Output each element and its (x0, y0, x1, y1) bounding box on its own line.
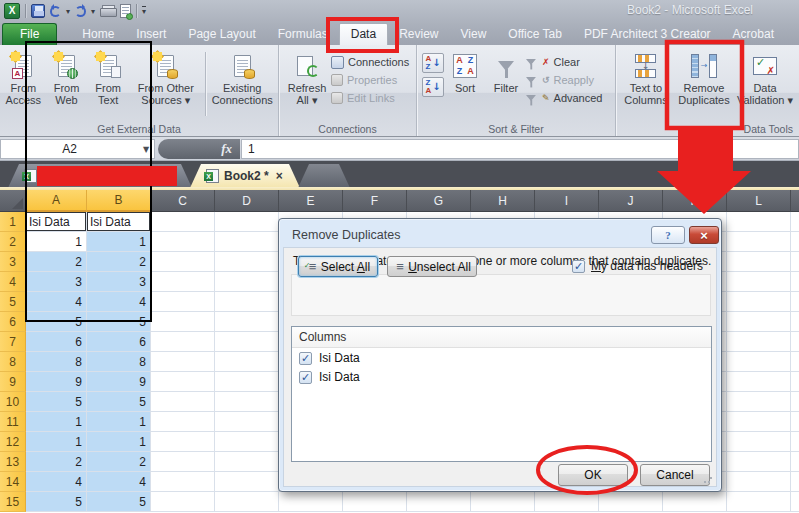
clear-filter-button[interactable]: ✗Clear (526, 54, 602, 70)
text-to-columns-button[interactable]: ↓ Text to Columns (620, 48, 672, 120)
column-header-A[interactable]: A (26, 190, 87, 212)
column-checkbox[interactable]: ✓ (299, 352, 312, 365)
cell-A9[interactable]: 9 (26, 372, 87, 392)
row-header-13[interactable]: 13 (0, 452, 26, 472)
sort-button[interactable]: AZZA Sort (444, 48, 486, 120)
row-header-15[interactable]: 15 (0, 492, 26, 512)
close-button[interactable]: × (689, 226, 719, 244)
connections-button[interactable]: Connections (331, 54, 409, 70)
cell-B5[interactable]: 4 (87, 292, 151, 312)
cell-E15[interactable] (279, 492, 343, 512)
cell-A3[interactable]: 2 (26, 252, 87, 272)
existing-connections-button[interactable]: Existing Connections (208, 48, 277, 120)
column-header-D[interactable]: D (215, 190, 279, 212)
reapply-button[interactable]: ↺Reapply (526, 72, 602, 88)
cancel-button[interactable]: Cancel (640, 464, 710, 486)
tab-acrobat[interactable]: Acrobat (722, 24, 785, 45)
sort-z-to-a-button[interactable]: ZA ↓ (422, 77, 444, 97)
cell-A12[interactable]: 1 (26, 432, 87, 452)
row-header-1[interactable]: 1 (0, 212, 26, 232)
cell-B10[interactable]: 5 (87, 392, 151, 412)
name-box-dropdown-icon[interactable]: ▼ (138, 145, 154, 154)
cell-L6[interactable] (727, 312, 791, 332)
column-header-L[interactable]: L (727, 190, 791, 212)
sort-a-to-z-button[interactable]: AZ ↓ (422, 53, 444, 73)
cell-D2[interactable] (215, 232, 279, 252)
cell-D15[interactable] (215, 492, 279, 512)
cell-H15[interactable] (471, 492, 535, 512)
tab-view[interactable]: View (450, 24, 498, 45)
cell-A10[interactable]: 5 (26, 392, 87, 412)
data-validation-button[interactable]: ✓✗ Data Validation ▾ (736, 48, 794, 120)
cell-B15[interactable]: 5 (87, 492, 151, 512)
unselect-all-button[interactable]: Unselect All (387, 256, 477, 277)
cell-L8[interactable] (727, 352, 791, 372)
tab-pdf-architect-3-creator[interactable]: PDF Architect 3 Creator (573, 24, 722, 45)
cell-C4[interactable] (151, 272, 215, 292)
cell-A15[interactable]: 5 (26, 492, 87, 512)
cell-B14[interactable]: 4 (87, 472, 151, 492)
cell-C1[interactable] (151, 212, 215, 232)
cell-D1[interactable] (215, 212, 279, 232)
quick-print-icon[interactable] (100, 5, 115, 17)
customize-qat-icon[interactable]: ▾ (142, 6, 146, 16)
cell-L2[interactable] (727, 232, 791, 252)
cell-B13[interactable]: 2 (87, 452, 151, 472)
cell-clipped[interactable] (791, 332, 799, 352)
cell-B8[interactable]: 8 (87, 352, 151, 372)
column-checkbox[interactable]: ✓ (299, 371, 312, 384)
cell-clipped[interactable] (791, 252, 799, 272)
tab-insert[interactable]: Insert (125, 24, 177, 45)
tab-data[interactable]: Data (339, 23, 388, 45)
advanced-filter-button[interactable]: ✎Advanced (526, 90, 602, 106)
cell-L1[interactable] (727, 212, 791, 232)
tab-home[interactable]: Home (71, 24, 125, 45)
resize-grip-icon[interactable] (703, 474, 713, 484)
cell-B3[interactable]: 2 (87, 252, 151, 272)
row-header-9[interactable]: 9 (0, 372, 26, 392)
cell-clipped[interactable] (791, 272, 799, 292)
cell-B1[interactable]: Isi Data (87, 212, 151, 232)
cell-B6[interactable]: 5 (87, 312, 151, 332)
cell-L10[interactable] (727, 392, 791, 412)
cell-L9[interactable] (727, 372, 791, 392)
column-header-K[interactable]: K (663, 190, 727, 212)
filter-button[interactable]: Filter (486, 48, 526, 120)
cell-D9[interactable] (215, 372, 279, 392)
cell-A6[interactable]: 5 (26, 312, 87, 332)
from-text-button[interactable]: From Text (87, 48, 129, 120)
cell-clipped[interactable] (791, 212, 799, 232)
cell-A11[interactable]: 1 (26, 412, 87, 432)
tab-page-layout[interactable]: Page Layout (177, 24, 266, 45)
row-header-7[interactable]: 7 (0, 332, 26, 352)
column-header-F[interactable]: F (343, 190, 407, 212)
cell-clipped[interactable] (791, 232, 799, 252)
cell-C15[interactable] (151, 492, 215, 512)
formula-input[interactable]: 1 (241, 139, 799, 159)
cell-D10[interactable] (215, 392, 279, 412)
cell-K15[interactable] (663, 492, 727, 512)
print-preview-icon[interactable] (120, 4, 131, 18)
undo-dropdown-icon[interactable]: ▾ (66, 7, 70, 16)
column-header-I[interactable]: I (535, 190, 599, 212)
column-header-E[interactable]: E (279, 190, 343, 212)
cell-L12[interactable] (727, 432, 791, 452)
cell-B2[interactable]: 1 (87, 232, 151, 252)
cell-C6[interactable] (151, 312, 215, 332)
cell-L13[interactable] (727, 452, 791, 472)
column-header-C[interactable]: C (151, 190, 215, 212)
row-header-6[interactable]: 6 (0, 312, 26, 332)
cell-L14[interactable] (727, 472, 791, 492)
cell-A7[interactable]: 6 (26, 332, 87, 352)
cell-L15[interactable] (727, 492, 791, 512)
properties-button[interactable]: Properties (331, 72, 409, 88)
cell-clipped[interactable] (791, 312, 799, 332)
redo-dropdown-icon[interactable]: ▾ (91, 7, 95, 16)
fx-icon[interactable]: fx (221, 141, 232, 157)
sheet-tab-redacted[interactable] (8, 164, 192, 188)
row-header-8[interactable]: 8 (0, 352, 26, 372)
cell-C3[interactable] (151, 252, 215, 272)
cell-C2[interactable] (151, 232, 215, 252)
cell-C13[interactable] (151, 452, 215, 472)
redo-icon[interactable] (75, 6, 86, 17)
